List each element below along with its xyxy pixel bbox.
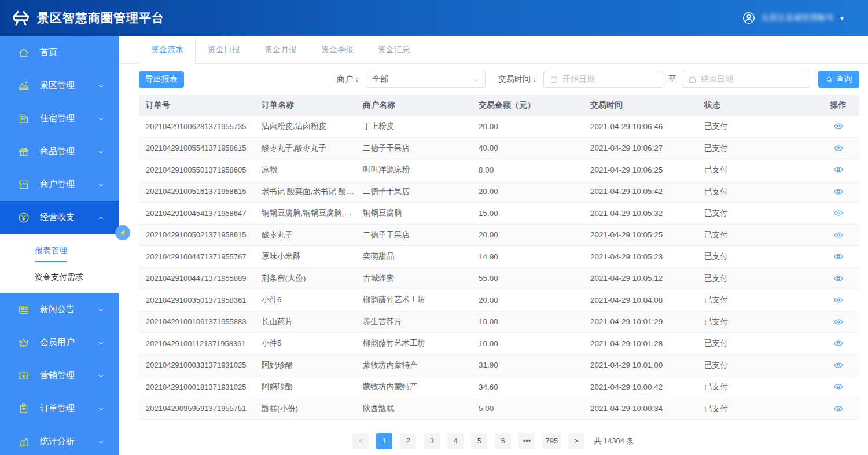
page-button-795[interactable]: 795 xyxy=(542,433,561,449)
filter-bar: 导出报表 商户： 全部 交易时间： 开始日期 至 结束日期 xyxy=(139,71,859,88)
view-detail-icon[interactable] xyxy=(833,381,844,392)
page-title: 景区智慧商圈管理平台 xyxy=(37,10,164,26)
calendar-icon xyxy=(550,75,558,84)
chevron-down-icon xyxy=(472,76,479,83)
page-button-1[interactable]: 1 xyxy=(376,433,392,449)
transaction-time: 2021-04-29 10:00:42 xyxy=(583,383,697,391)
sidebar-item-7[interactable]: 会员用户 xyxy=(0,326,119,359)
status-text: 已支付 xyxy=(697,360,817,370)
column-header-3: 交易金额（元） xyxy=(472,100,583,111)
merchant-select[interactable]: 全部 xyxy=(366,71,486,88)
view-detail-icon[interactable] xyxy=(833,273,844,284)
table-row: 202104290959591371955751甑糕(小份)陕西甑糕5.0020… xyxy=(139,398,859,420)
view-detail-icon[interactable] xyxy=(833,295,844,305)
amount: 31.90 xyxy=(472,361,583,369)
sidebar-nav: 首页景区管理住宿管理商品管理商户管理经营收支报表管理资金支付需求新闻公告会员用户… xyxy=(0,36,119,455)
view-detail-icon[interactable] xyxy=(833,121,844,131)
table-row: 202104291004471371955889荆条蜜(大份)古城蜂蜜55.00… xyxy=(139,268,859,290)
sidebar-collapse-handle[interactable] xyxy=(115,225,130,240)
table-row: 202104291004471371955767原味小米酥奕萌甜品14.9020… xyxy=(139,246,859,268)
sidebar-item-0[interactable]: 首页 xyxy=(0,36,119,69)
view-detail-icon[interactable] xyxy=(833,143,844,153)
chevron-down-icon xyxy=(97,148,105,155)
search-button[interactable]: 查询 xyxy=(818,71,859,88)
time-filter-label: 交易时间： xyxy=(498,74,539,85)
sidebar-item-2[interactable]: 住宿管理 xyxy=(0,102,119,135)
amount: 14.90 xyxy=(472,252,583,261)
view-detail-icon[interactable] xyxy=(833,186,844,197)
page-button-6[interactable]: 6 xyxy=(495,433,511,449)
end-date-input[interactable]: 结束日期 xyxy=(682,71,810,88)
tab-3[interactable]: 资金季报 xyxy=(309,36,366,63)
page-button-4[interactable]: 4 xyxy=(447,433,464,449)
sidebar-item-10[interactable]: 统计分析 xyxy=(0,425,119,455)
order-number: 202104291006281371955735 xyxy=(139,122,255,131)
user-menu[interactable]: 太原古县城管理账号 ▼ xyxy=(742,11,845,25)
order-number: 202104291005021371958615 xyxy=(139,230,255,239)
transaction-time: 2021-04-29 10:05:12 xyxy=(583,274,697,282)
view-detail-icon[interactable] xyxy=(833,403,844,414)
tab-4[interactable]: 资金汇总 xyxy=(366,36,422,63)
order-name: 酸枣丸子,酸枣丸子 xyxy=(255,143,356,153)
sidebar-item-3[interactable]: 商品管理 xyxy=(0,135,119,168)
view-detail-icon[interactable] xyxy=(833,251,844,262)
prev-page-button[interactable]: < xyxy=(352,433,369,449)
sidebar-item-label: 首页 xyxy=(40,47,57,58)
order-name: 凉粉 xyxy=(255,164,356,175)
status-text: 已支付 xyxy=(697,251,817,262)
column-header-2: 商户名称 xyxy=(356,100,472,111)
export-report-button[interactable]: 导出报表 xyxy=(139,71,184,88)
username: 太原古县城管理账号 xyxy=(761,13,834,23)
table-body: 202104291006281371955735沾卤粉皮,沾卤粉皮丁上粉皮20.… xyxy=(139,116,859,420)
view-detail-icon[interactable] xyxy=(833,164,844,175)
status-text: 已支付 xyxy=(697,164,817,175)
sidebar-item-1[interactable]: 景区管理 xyxy=(0,69,119,102)
transaction-time: 2021-04-29 10:06:27 xyxy=(583,144,697,152)
tab-1[interactable]: 资金日报 xyxy=(196,36,252,63)
amount: 40.00 xyxy=(472,144,583,152)
table-row: 202104291005541371958615酸枣丸子,酸枣丸子二德子干果店4… xyxy=(139,138,859,160)
app-header: 景区智慧商圈管理平台 太原古县城管理账号 ▼ xyxy=(0,0,868,36)
page-button-3[interactable]: 3 xyxy=(424,433,440,449)
sidebar-item-9[interactable]: 订单管理 xyxy=(0,392,119,425)
submenu-item-0[interactable]: 报表管理 xyxy=(0,237,119,263)
sidebar-item-6[interactable]: 新闻公告 xyxy=(0,293,119,326)
order-number: 202104290959591371955751 xyxy=(139,404,255,413)
status-text: 已支付 xyxy=(697,403,817,414)
merchant-name: 丁上粉皮 xyxy=(356,121,472,131)
merchant-select-value: 全部 xyxy=(372,74,388,85)
view-detail-icon[interactable] xyxy=(833,338,844,348)
ellipsis-pages[interactable]: ••• xyxy=(518,433,535,449)
start-date-input[interactable]: 开始日期 xyxy=(543,71,663,88)
tab-0[interactable]: 资金流水 xyxy=(139,36,196,64)
table-row: 202104291005501371958605凉粉叫叫洋源凉粉8.002021… xyxy=(139,159,859,181)
marketing-icon xyxy=(17,369,30,382)
page-button-2[interactable]: 2 xyxy=(400,433,416,449)
status-text: 已支付 xyxy=(697,381,817,392)
sidebar-item-label: 订单管理 xyxy=(40,403,75,414)
view-detail-icon[interactable] xyxy=(833,317,844,327)
table-row: 202104291001061371955883长山药片养生苦荞片10.0020… xyxy=(139,311,859,333)
order-name: 阿妈珍酪 xyxy=(255,360,356,370)
transaction-time: 2021-04-29 10:06:46 xyxy=(583,122,697,131)
view-detail-icon[interactable] xyxy=(833,360,844,370)
table-row: 202104291001121371958361小件5柳韵藤竹艺术工坊10.00… xyxy=(139,333,859,355)
logo: 景区智慧商圈管理平台 xyxy=(10,8,164,28)
sidebar-item-5[interactable]: 经营收支 xyxy=(0,201,119,234)
submenu-item-1[interactable]: 资金支付需求 xyxy=(0,263,119,289)
sidebar-submenu: 报表管理资金支付需求 xyxy=(0,234,119,293)
sidebar-item-4[interactable]: 商户管理 xyxy=(0,168,119,201)
sidebar-item-8[interactable]: 营销管理 xyxy=(0,359,119,392)
status-text: 已支付 xyxy=(697,317,817,327)
submenu-item-label: 资金支付需求 xyxy=(35,266,83,288)
order-name: 阿妈珍酪 xyxy=(255,381,356,392)
view-detail-icon[interactable] xyxy=(833,230,844,240)
tab-2[interactable]: 资金月报 xyxy=(252,36,309,63)
row-actions xyxy=(817,360,859,370)
next-page-button[interactable]: > xyxy=(568,433,584,449)
page-button-5[interactable]: 5 xyxy=(471,433,487,449)
status-text: 已支付 xyxy=(697,338,817,348)
end-date-placeholder: 结束日期 xyxy=(701,74,733,85)
view-detail-icon[interactable] xyxy=(833,208,844,218)
chevron-down-icon xyxy=(97,405,105,412)
